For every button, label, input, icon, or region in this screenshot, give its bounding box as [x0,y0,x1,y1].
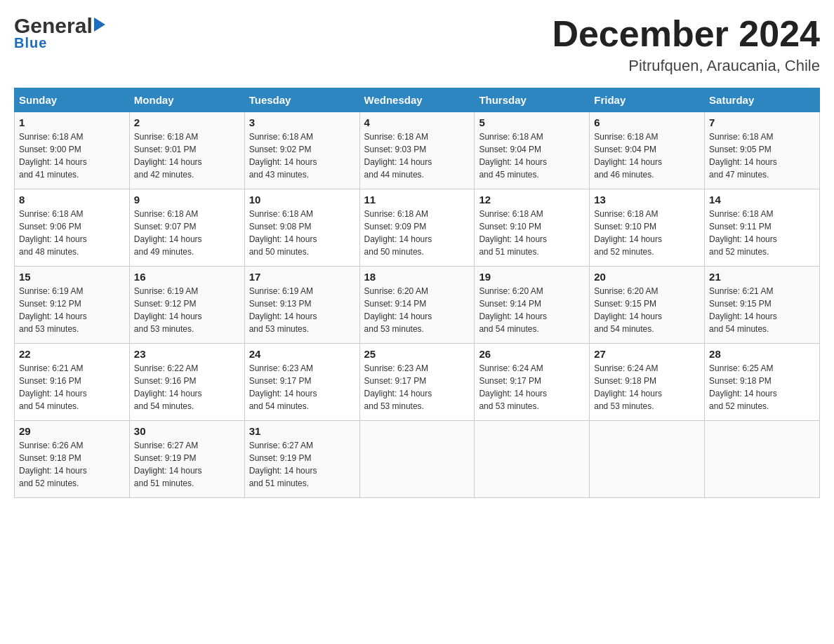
day-number: 26 [479,348,585,360]
calendar-cell: 10 Sunrise: 6:18 AM Sunset: 9:08 PM Dayl… [244,189,359,267]
calendar-cell: 7 Sunrise: 6:18 AM Sunset: 9:05 PM Dayli… [705,112,820,189]
calendar-cell: 13 Sunrise: 6:18 AM Sunset: 9:10 PM Dayl… [590,189,705,267]
calendar-cell: 21 Sunrise: 6:21 AM Sunset: 9:15 PM Dayl… [705,267,820,344]
calendar-cell [359,421,475,498]
calendar-cell: 3 Sunrise: 6:18 AM Sunset: 9:02 PM Dayli… [244,112,359,189]
day-info: Sunrise: 6:18 AM Sunset: 9:09 PM Dayligh… [364,208,470,258]
calendar-week-row: 29 Sunrise: 6:26 AM Sunset: 9:18 PM Dayl… [15,421,820,498]
day-info: Sunrise: 6:20 AM Sunset: 9:14 PM Dayligh… [479,285,585,335]
day-number: 29 [19,425,125,437]
day-info: Sunrise: 6:18 AM Sunset: 9:04 PM Dayligh… [479,130,585,181]
day-info: Sunrise: 6:18 AM Sunset: 9:03 PM Dayligh… [364,130,470,181]
day-number: 7 [709,116,815,128]
day-info: Sunrise: 6:18 AM Sunset: 9:10 PM Dayligh… [479,208,585,258]
month-title: December 2024 [552,14,820,54]
day-info: Sunrise: 6:18 AM Sunset: 9:10 PM Dayligh… [594,208,700,258]
day-info: Sunrise: 6:20 AM Sunset: 9:14 PM Dayligh… [364,285,470,335]
header-monday: Monday [129,88,244,112]
calendar-cell: 20 Sunrise: 6:20 AM Sunset: 9:15 PM Dayl… [590,267,705,344]
day-number: 5 [479,116,585,128]
calendar-cell: 30 Sunrise: 6:27 AM Sunset: 9:19 PM Dayl… [129,421,244,498]
day-info: Sunrise: 6:18 AM Sunset: 9:11 PM Dayligh… [709,208,815,258]
calendar-cell: 2 Sunrise: 6:18 AM Sunset: 9:01 PM Dayli… [129,112,244,189]
calendar-week-row: 15 Sunrise: 6:19 AM Sunset: 9:12 PM Dayl… [15,267,820,344]
calendar-table: SundayMondayTuesdayWednesdayThursdayFrid… [14,88,820,498]
day-number: 21 [709,271,815,283]
calendar-cell: 15 Sunrise: 6:19 AM Sunset: 9:12 PM Dayl… [15,267,130,344]
day-number: 16 [134,271,240,283]
calendar-cell: 14 Sunrise: 6:18 AM Sunset: 9:11 PM Dayl… [705,189,820,267]
calendar-cell: 29 Sunrise: 6:26 AM Sunset: 9:18 PM Dayl… [15,421,130,498]
header-tuesday: Tuesday [244,88,359,112]
day-info: Sunrise: 6:22 AM Sunset: 9:16 PM Dayligh… [134,362,240,412]
day-number: 10 [249,194,355,206]
day-info: Sunrise: 6:27 AM Sunset: 9:19 PM Dayligh… [249,439,355,490]
calendar-cell: 16 Sunrise: 6:19 AM Sunset: 9:12 PM Dayl… [129,267,244,344]
calendar-cell [705,421,820,498]
day-number: 2 [134,116,240,128]
calendar-cell: 31 Sunrise: 6:27 AM Sunset: 9:19 PM Dayl… [244,421,359,498]
day-number: 22 [19,348,125,360]
logo-general-text: General [14,14,93,38]
calendar-week-row: 1 Sunrise: 6:18 AM Sunset: 9:00 PM Dayli… [15,112,820,189]
day-number: 6 [594,116,700,128]
day-info: Sunrise: 6:19 AM Sunset: 9:12 PM Dayligh… [19,285,125,335]
day-info: Sunrise: 6:18 AM Sunset: 9:00 PM Dayligh… [19,130,125,181]
day-number: 25 [364,348,470,360]
day-info: Sunrise: 6:18 AM Sunset: 9:05 PM Dayligh… [709,130,815,181]
day-number: 18 [364,271,470,283]
day-number: 8 [19,194,125,206]
header-sunday: Sunday [15,88,130,112]
day-number: 30 [134,425,240,437]
day-info: Sunrise: 6:20 AM Sunset: 9:15 PM Dayligh… [594,285,700,335]
calendar-cell: 11 Sunrise: 6:18 AM Sunset: 9:09 PM Dayl… [359,189,475,267]
day-info: Sunrise: 6:18 AM Sunset: 9:08 PM Dayligh… [249,208,355,258]
day-number: 9 [134,194,240,206]
day-number: 24 [249,348,355,360]
day-number: 14 [709,194,815,206]
day-info: Sunrise: 6:18 AM Sunset: 9:01 PM Dayligh… [134,130,240,181]
calendar-cell: 22 Sunrise: 6:21 AM Sunset: 9:16 PM Dayl… [15,344,130,421]
day-info: Sunrise: 6:18 AM Sunset: 9:04 PM Dayligh… [594,130,700,181]
calendar-cell: 17 Sunrise: 6:19 AM Sunset: 9:13 PM Dayl… [244,267,359,344]
calendar-cell: 12 Sunrise: 6:18 AM Sunset: 9:10 PM Dayl… [475,189,590,267]
calendar-cell [475,421,590,498]
calendar-cell: 25 Sunrise: 6:23 AM Sunset: 9:17 PM Dayl… [359,344,475,421]
header-thursday: Thursday [475,88,590,112]
day-number: 23 [134,348,240,360]
day-info: Sunrise: 6:21 AM Sunset: 9:16 PM Dayligh… [19,362,125,412]
day-number: 4 [364,116,470,128]
day-number: 12 [479,194,585,206]
day-info: Sunrise: 6:23 AM Sunset: 9:17 PM Dayligh… [249,362,355,412]
calendar-cell: 8 Sunrise: 6:18 AM Sunset: 9:06 PM Dayli… [15,189,130,267]
day-number: 3 [249,116,355,128]
calendar-cell: 1 Sunrise: 6:18 AM Sunset: 9:00 PM Dayli… [15,112,130,189]
day-info: Sunrise: 6:25 AM Sunset: 9:18 PM Dayligh… [709,362,815,412]
day-info: Sunrise: 6:24 AM Sunset: 9:18 PM Dayligh… [594,362,700,412]
logo-area: General Blue [14,14,105,51]
calendar-cell: 18 Sunrise: 6:20 AM Sunset: 9:14 PM Dayl… [359,267,475,344]
day-info: Sunrise: 6:19 AM Sunset: 9:13 PM Dayligh… [249,285,355,335]
day-info: Sunrise: 6:23 AM Sunset: 9:17 PM Dayligh… [364,362,470,412]
day-info: Sunrise: 6:27 AM Sunset: 9:19 PM Dayligh… [134,439,240,490]
calendar-cell: 26 Sunrise: 6:24 AM Sunset: 9:17 PM Dayl… [475,344,590,421]
calendar-cell: 9 Sunrise: 6:18 AM Sunset: 9:07 PM Dayli… [129,189,244,267]
calendar-week-row: 8 Sunrise: 6:18 AM Sunset: 9:06 PM Dayli… [15,189,820,267]
logo-arrow-icon [94,18,105,32]
calendar-cell: 6 Sunrise: 6:18 AM Sunset: 9:04 PM Dayli… [590,112,705,189]
calendar-cell: 27 Sunrise: 6:24 AM Sunset: 9:18 PM Dayl… [590,344,705,421]
calendar-cell [590,421,705,498]
day-number: 20 [594,271,700,283]
header-wednesday: Wednesday [359,88,475,112]
day-number: 15 [19,271,125,283]
day-number: 13 [594,194,700,206]
day-info: Sunrise: 6:21 AM Sunset: 9:15 PM Dayligh… [709,285,815,335]
day-number: 11 [364,194,470,206]
calendar-header-row: SundayMondayTuesdayWednesdayThursdayFrid… [15,88,820,112]
day-info: Sunrise: 6:24 AM Sunset: 9:17 PM Dayligh… [479,362,585,412]
header-friday: Friday [590,88,705,112]
day-info: Sunrise: 6:18 AM Sunset: 9:07 PM Dayligh… [134,208,240,258]
day-number: 19 [479,271,585,283]
day-info: Sunrise: 6:18 AM Sunset: 9:06 PM Dayligh… [19,208,125,258]
header-saturday: Saturday [705,88,820,112]
